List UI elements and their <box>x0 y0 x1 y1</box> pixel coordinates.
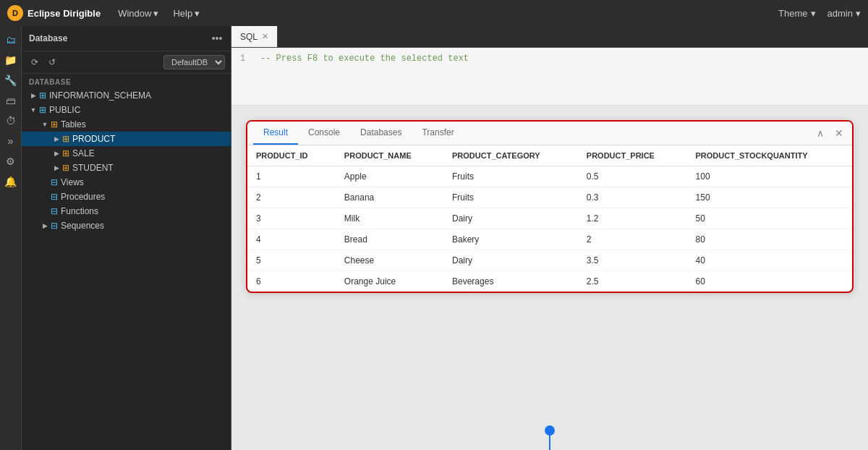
table-cell: Fruits <box>443 166 578 187</box>
app-title: Eclipse Dirigible <box>27 8 101 19</box>
code-line-1: 1 -- Press F8 to execute the selected te… <box>240 54 859 64</box>
menu-help[interactable]: Help ▾ <box>167 5 205 22</box>
tree-item-tables[interactable]: ▼ ⊞ Tables <box>22 117 231 132</box>
table-cell: Bakery <box>443 229 578 250</box>
topbar-menu: Window ▾ Help ▾ <box>112 5 205 22</box>
editor-tabs: SQL ✕ <box>231 26 868 48</box>
table-cell: 2.5 <box>578 271 687 292</box>
filetree-more-btn[interactable]: ••• <box>210 32 224 45</box>
table-row: 4BreadBakery280 <box>247 229 852 250</box>
proc-icon-sequences: ⊟ <box>51 221 58 231</box>
table-cell: Banana <box>336 187 443 208</box>
table-cell: Milk <box>336 208 443 229</box>
result-table-header-row: PRODUCT_ID PRODUCT_NAME PRODUCT_CATEGORY… <box>247 145 852 166</box>
schema-icon-info: ⊞ <box>39 90 46 101</box>
col-product-price: PRODUCT_PRICE <box>578 145 687 166</box>
result-tab-console[interactable]: Console <box>298 122 350 145</box>
tree-label-tables: Tables <box>61 119 86 130</box>
tree-arrow-tables: ▼ <box>39 121 51 128</box>
side-icons-panel: 🗂 📁 🔧 🗃 ⏱ » ⚙ 🔔 <box>0 26 22 450</box>
topbar-right: Theme ▾ admin ▾ <box>778 8 861 19</box>
tree-item-product[interactable]: ▶ ⊞ PRODUCT <box>22 132 231 146</box>
proc-icon-procedures: ⊟ <box>51 192 58 202</box>
code-editor[interactable]: 1 -- Press F8 to execute the selected te… <box>231 48 868 106</box>
table-cell: 2 <box>578 229 687 250</box>
tree-arrow-product: ▶ <box>51 135 62 143</box>
result-tab-result[interactable]: Result <box>253 122 298 145</box>
table-cell: 80 <box>687 229 852 250</box>
result-tab-databases[interactable]: Databases <box>350 122 412 145</box>
table-cell: Apple <box>336 166 443 187</box>
schema-icon-public: ⊞ <box>39 105 46 115</box>
side-icon-notifications[interactable]: 🔔 <box>3 174 19 190</box>
side-icon-history[interactable]: ⏱ <box>3 113 19 129</box>
menu-window[interactable]: Window ▾ <box>112 5 164 22</box>
tree-item-functions[interactable]: ▶ ⊟ Functions <box>22 204 231 218</box>
table-cell: Bread <box>336 229 443 250</box>
tree-item-views[interactable]: ▶ ⊟ Views <box>22 175 231 190</box>
side-icon-settings[interactable]: ⚙ <box>3 153 19 169</box>
side-icon-explorer[interactable]: 📁 <box>3 52 19 68</box>
side-icon-tools[interactable]: 🔧 <box>3 72 19 88</box>
tree-label-student: STUDENT <box>72 163 114 173</box>
tree-label-info-schema: INFORMATION_SCHEMA <box>49 90 151 101</box>
table-cell: 3 <box>247 208 336 229</box>
tree-item-info-schema[interactable]: ▶ ⊞ INFORMATION_SCHEMA <box>22 88 231 103</box>
tree-item-sequences[interactable]: ▶ ⊟ Sequences <box>22 218 231 233</box>
result-collapse-btn[interactable]: ∧ <box>813 126 827 140</box>
table-icon-product: ⊞ <box>62 134 69 144</box>
filetree-reload-btn[interactable]: ↺ <box>45 55 59 69</box>
result-table-body: 1AppleFruits0.51002BananaFruits0.31503Mi… <box>247 166 852 292</box>
result-close-btn[interactable]: ✕ <box>832 126 846 140</box>
col-product-category: PRODUCT_CATEGORY <box>443 145 578 166</box>
tree-item-sale[interactable]: ▶ ⊞ SALE <box>22 146 231 161</box>
table-cell: 40 <box>687 250 852 271</box>
side-icon-more[interactable]: » <box>3 133 19 149</box>
tree-arrow-student: ▶ <box>51 164 62 171</box>
logo-icon: D <box>7 5 23 21</box>
db-select[interactable]: DefaultDB <box>163 55 225 69</box>
connector-line <box>549 436 550 450</box>
table-cell: 60 <box>687 271 852 292</box>
filetree-refresh-btn[interactable]: ⟳ <box>27 55 42 69</box>
table-cell: 50 <box>687 208 852 229</box>
tree-item-public[interactable]: ▼ ⊞ PUBLIC <box>22 103 231 117</box>
table-cell: Dairy <box>443 208 578 229</box>
tab-sql[interactable]: SQL ✕ <box>231 26 278 47</box>
table-cell: Dairy <box>443 250 578 271</box>
col-product-id: PRODUCT_ID <box>247 145 336 166</box>
tree-arrow-sale: ▶ <box>51 150 62 157</box>
admin-menu[interactable]: admin ▾ <box>827 8 861 19</box>
table-icon-student: ⊞ <box>62 163 69 173</box>
col-product-name: PRODUCT_NAME <box>336 145 443 166</box>
tab-sql-label: SQL <box>240 32 258 42</box>
filetree-header-actions: ••• <box>210 32 224 45</box>
tree-arrow-sequences: ▶ <box>39 222 51 229</box>
result-tabs: Result Console Databases Transfer ∧ ✕ <box>247 122 852 145</box>
result-table: PRODUCT_ID PRODUCT_NAME PRODUCT_CATEGORY… <box>247 145 852 292</box>
result-table-container: PRODUCT_ID PRODUCT_NAME PRODUCT_CATEGORY… <box>247 145 852 292</box>
filetree-toolbar: ⟳ ↺ DefaultDB <box>22 51 231 74</box>
result-tab-actions: ∧ ✕ <box>813 126 846 140</box>
result-panel: Result Console Databases Transfer ∧ ✕ PR… <box>246 120 854 293</box>
view-icon-views: ⊟ <box>51 177 58 187</box>
tree-item-student[interactable]: ▶ ⊞ STUDENT <box>22 161 231 175</box>
side-icon-db[interactable]: 🗃 <box>3 93 19 109</box>
theme-menu[interactable]: Theme ▾ <box>778 8 815 19</box>
side-icon-filetree[interactable]: 🗂 <box>3 32 19 48</box>
tree-label-sequences: Sequences <box>61 221 104 231</box>
line-number-1: 1 <box>240 54 252 64</box>
database-section-label: DATABASE <box>22 74 231 88</box>
tree-arrow-public: ▼ <box>27 106 39 114</box>
table-cell: 100 <box>687 166 852 187</box>
table-cell: Cheese <box>336 250 443 271</box>
tree-label-product: PRODUCT <box>72 134 115 144</box>
content-area: SQL ✕ 1 -- Press F8 to execute the selec… <box>231 26 868 450</box>
table-cell: Fruits <box>443 187 578 208</box>
table-row: 1AppleFruits0.5100 <box>247 166 852 187</box>
result-tab-transfer[interactable]: Transfer <box>412 122 464 145</box>
tree-item-procedures[interactable]: ▶ ⊟ Procedures <box>22 190 231 204</box>
table-cell: 6 <box>247 271 336 292</box>
tree-label-procedures: Procedures <box>61 192 105 202</box>
tab-sql-close[interactable]: ✕ <box>262 32 268 41</box>
